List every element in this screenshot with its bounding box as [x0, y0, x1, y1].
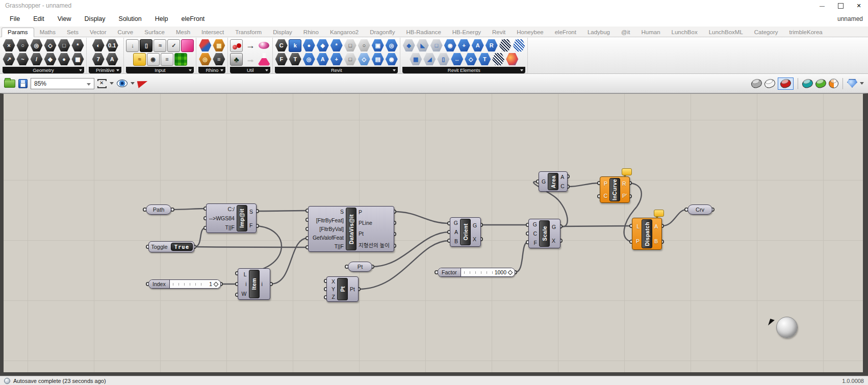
tab-curve[interactable]: Curve — [112, 28, 139, 37]
tab-hb-radiance[interactable]: HB-Radiance — [400, 28, 446, 37]
factor-slider-track[interactable]: 1000 — [461, 268, 515, 276]
pt-param[interactable]: Pt — [348, 262, 372, 272]
boolean-toggle-node[interactable]: Toggle True — [148, 241, 194, 252]
flask-icon[interactable] — [258, 53, 270, 66]
boolean-icon[interactable]: ◐ — [92, 39, 105, 52]
orient-component[interactable]: G A B Orient G X — [450, 217, 481, 247]
wall-icon[interactable]: ◢ — [423, 53, 436, 66]
group-label-rhino[interactable]: Rhino — [198, 67, 225, 73]
twisted-box-icon[interactable]: ◆ — [44, 53, 57, 66]
reference-icon[interactable]: ○ — [358, 39, 370, 52]
tab-intersect[interactable]: Intersect — [196, 28, 229, 37]
tab-lunchbox[interactable]: LunchBox — [666, 28, 703, 37]
tab-rhino[interactable]: Rhino — [298, 28, 324, 37]
text-icon[interactable]: A — [106, 53, 118, 66]
cluster-icon[interactable]: * — [330, 39, 343, 52]
preview-eye-icon[interactable] — [117, 80, 127, 87]
item-title-bar[interactable]: Item — [249, 270, 260, 298]
number-icon[interactable]: 0.1 — [106, 39, 118, 52]
open-file-icon[interactable] — [4, 80, 15, 88]
dispatch-title-bar[interactable]: Dispatch — [642, 219, 652, 248]
family-icon[interactable]: ◆ — [316, 39, 329, 52]
mesh-plane-icon[interactable]: ▦ — [71, 53, 84, 66]
capsule-icon[interactable] — [259, 42, 269, 49]
circle-icon[interactable]: ○ — [16, 39, 29, 52]
revision-icon[interactable]: R — [485, 39, 498, 52]
number-slider-icon[interactable]: ↓ — [126, 39, 139, 52]
zoom-level-select[interactable]: 85% — [31, 78, 94, 89]
tab-hb-energy[interactable]: HB-Energy — [447, 28, 487, 37]
tab-ladybug[interactable]: Ladybug — [582, 28, 616, 37]
imp-title-bar[interactable]: Imp@it — [237, 205, 247, 232]
material-icon[interactable] — [506, 53, 519, 66]
plane-icon[interactable]: ◇ — [44, 39, 57, 52]
scale-component[interactable]: G C F Scale G X — [528, 219, 560, 248]
category-icon[interactable]: C — [275, 39, 288, 52]
filled-region-1-icon[interactable] — [499, 39, 512, 52]
integer-icon[interactable]: 7 — [92, 53, 105, 66]
menu-display[interactable]: Display — [78, 15, 112, 22]
jump-in-icon[interactable]: → — [244, 39, 257, 52]
tab-honeybee[interactable]: Honeybee — [511, 28, 549, 37]
index-slider-node[interactable]: Index 1 — [148, 279, 221, 289]
menu-file[interactable]: File — [3, 15, 27, 22]
panel-icon[interactable]: ▯ — [140, 39, 152, 52]
rhino-document-icon[interactable] — [199, 39, 212, 52]
index-slider-track[interactable]: 1 — [170, 280, 220, 288]
add-element-icon[interactable]: + — [330, 53, 343, 66]
preview-off-icon[interactable] — [750, 78, 763, 89]
jump-out-icon[interactable]: → — [244, 53, 257, 66]
group-label-revit-elements[interactable]: Revit Elements — [402, 67, 525, 73]
save-file-icon[interactable] — [18, 79, 28, 88]
road-markings-icon[interactable]: ≡ — [213, 53, 225, 66]
floor-icon[interactable]: ▦ — [410, 53, 422, 66]
mesh-sphere-icon[interactable]: * — [71, 39, 84, 52]
wall-sweep-icon[interactable]: ◣ — [416, 39, 429, 52]
box-icon[interactable]: □ — [58, 39, 70, 52]
incurve-title-bar[interactable]: InCurve — [609, 178, 620, 201]
workset-icon[interactable]: k — [289, 39, 301, 52]
sketch-pen-icon[interactable] — [137, 79, 148, 88]
tab-maths[interactable]: Maths — [34, 28, 61, 37]
annotation-icon[interactable]: A — [316, 53, 329, 66]
mass-icon[interactable]: □ — [430, 39, 443, 52]
text-note-a-icon[interactable]: A — [471, 39, 484, 52]
tab-elefront[interactable]: eleFront — [549, 28, 582, 37]
preview-shaded-selected[interactable] — [778, 78, 794, 90]
pt-xyz-component[interactable]: X Y Z Pt Pt — [326, 276, 359, 302]
tab-trimblekorea[interactable]: trimbleKorea — [783, 28, 828, 37]
toggle-value[interactable]: True — [171, 243, 193, 251]
menu-view[interactable]: View — [51, 15, 78, 22]
preview-half-icon[interactable] — [829, 79, 838, 88]
scale-title-bar[interactable]: Scale — [539, 220, 550, 247]
group-label-util[interactable]: Util — [230, 67, 270, 73]
menu-help[interactable]: Help — [148, 15, 175, 22]
boolean-toggle-icon[interactable]: ✓ — [167, 39, 180, 52]
roof-icon[interactable]: ◆ — [402, 39, 415, 52]
tab-params[interactable]: Params — [2, 28, 34, 37]
track-element-icon[interactable]: ◉ — [385, 53, 398, 66]
tab--it[interactable]: @it — [616, 28, 635, 37]
crv-param[interactable]: Crv — [687, 204, 712, 215]
path-param[interactable]: Path — [146, 204, 171, 215]
text-tag-icon[interactable]: T — [478, 53, 491, 66]
zoom-extents-caret-icon[interactable] — [110, 82, 114, 85]
tab-mesh[interactable]: Mesh — [170, 28, 196, 37]
box-ref-icon[interactable]: □ — [344, 53, 356, 66]
geometry-ref-icon[interactable]: □ — [344, 39, 356, 52]
tab-category[interactable]: Category — [749, 28, 784, 37]
line-icon[interactable]: / — [30, 53, 43, 66]
view-icon[interactable]: ◎ — [385, 39, 398, 52]
tab-revit[interactable]: Revit — [487, 28, 511, 37]
tree-icon[interactable]: ♣ — [230, 53, 243, 66]
preview-wireframe-icon[interactable] — [763, 78, 776, 89]
cylinder-icon[interactable]: ● — [58, 53, 70, 66]
camera-icon[interactable]: ◉ — [444, 39, 456, 52]
maximize-icon[interactable] — [831, 0, 850, 11]
family-type-icon[interactable]: F — [275, 53, 288, 66]
tab-transform[interactable]: Transform — [229, 28, 267, 37]
spiral-icon[interactable]: ◎ — [199, 53, 212, 66]
note-balloon-icon[interactable] — [622, 168, 632, 175]
group-label-revit[interactable]: Revit — [275, 67, 398, 73]
menu-solution[interactable]: Solution — [112, 15, 148, 22]
